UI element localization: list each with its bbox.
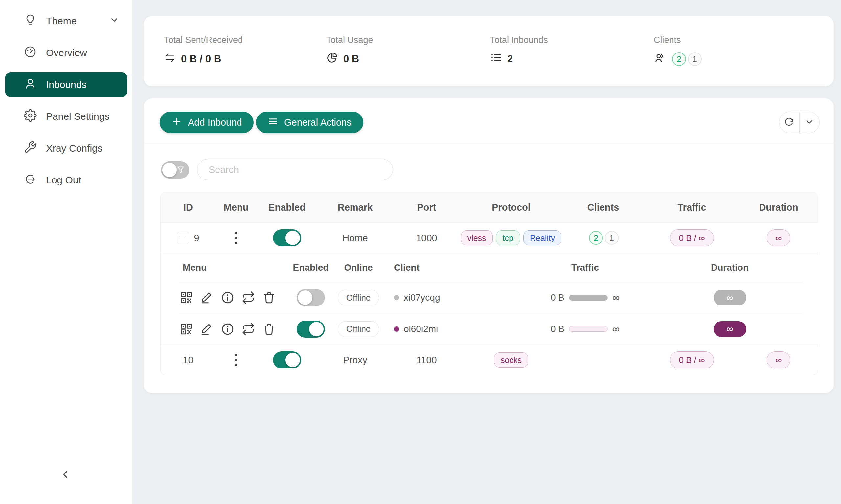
client-duration-badge[interactable]: ∞ [714,290,746,305]
sidebar-item-label: Inbounds [46,79,86,90]
search-input[interactable] [197,159,393,180]
subtable-header-row: Menu Enabled Online Client Traffic Durat… [179,253,802,282]
subcolumn-header-online: Online [332,263,385,273]
add-inbound-button[interactable]: Add Inbound [160,111,254,133]
reset-traffic-icon[interactable] [241,290,256,305]
protocol-tags: socks [494,353,528,367]
column-header-enabled: Enabled [257,202,317,213]
swap-arrows-icon [164,52,176,66]
duration-badge[interactable]: ∞ [767,352,791,368]
client-row-xi07ycqg: Offline xi07ycqg 0 B ∞ ∞ [179,282,802,313]
column-header-menu: Menu [216,202,257,213]
traffic-badge[interactable]: 0 B / ∞ [670,352,714,368]
expanded-client-table: Menu Enabled Online Client Traffic Durat… [161,253,818,344]
client-status-dot [394,326,399,332]
traffic-progress-bar [569,326,608,332]
duration-badge[interactable]: ∞ [767,229,791,247]
column-header-traffic: Traffic [644,202,739,213]
column-header-port: Port [393,202,460,213]
inbounds-page: Theme Overview Inbounds [0,0,841,504]
traffic-badge[interactable]: 0 B / ∞ [670,229,714,247]
remark-cell: Home [317,233,393,244]
add-inbound-label: Add Inbound [188,117,242,128]
pie-chart-icon [326,52,338,66]
clients-active-badge: 2 [589,231,603,245]
plus-icon [171,116,182,129]
stat-label: Total Inbounds [490,35,548,45]
toggle-knob [298,290,312,305]
enabled-toggle[interactable] [273,229,301,247]
sidebar-item-inbounds[interactable]: Inbounds [5,72,127,97]
online-status-badge: Offline [338,290,379,305]
protocol-tag: Reality [523,230,562,246]
client-enabled-toggle[interactable] [297,289,325,306]
stat-label: Total Usage [326,35,373,45]
edit-icon[interactable] [200,322,214,337]
sidebar-item-label: Panel Settings [46,111,109,122]
sidebar-item-label: Xray Configs [46,143,103,154]
protocol-tags: vless tcp Reality [461,230,562,246]
table-row-inbound-10: 10 Proxy 1100 socks [161,344,818,375]
edit-icon[interactable] [200,290,214,305]
chevron-down-icon [805,117,814,128]
client-duration-badge[interactable]: ∞ [714,321,746,337]
inbound-id: 9 [194,233,199,244]
chevron-left-icon [60,469,72,482]
stat-total-sent-received: Total Sent/Received 0 B / 0 B [164,35,243,66]
delete-icon[interactable] [261,322,277,337]
refresh-dropdown-button[interactable] [799,112,820,133]
enabled-toggle[interactable] [273,352,301,368]
info-icon[interactable] [220,322,235,337]
user-icon [24,77,37,92]
gear-icon [24,109,37,124]
column-header-clients: Clients [562,202,644,213]
sidebar-item-panel-settings[interactable]: Panel Settings [5,104,127,129]
stat-total-inbounds: Total Inbounds 2 [490,35,548,66]
row-menu-button[interactable] [232,352,240,369]
info-icon[interactable] [220,290,235,305]
toggle-knob [162,163,177,177]
stat-label: Clients [654,35,702,45]
sidebar-item-theme[interactable]: Theme [5,8,127,34]
subcolumn-header-enabled: Enabled [289,263,332,273]
traffic-limit: ∞ [612,292,620,304]
subcolumn-header-menu: Menu [179,263,289,273]
sidebar-item-label: Overview [46,47,87,58]
stat-value: 0 B [343,53,359,65]
qr-code-icon[interactable] [179,290,194,305]
clients-deactive-badge: 1 [605,231,619,245]
toolbar: Add Inbound General Actions [143,98,834,143]
toggle-knob [309,322,324,336]
client-row-ol60i2mi: Offline ol60i2mi 0 B ∞ ∞ [179,313,802,344]
traffic-used: 0 B [551,324,564,335]
stat-clients: Clients 2 1 [654,35,702,66]
sidebar-item-overview[interactable]: Overview [5,40,127,65]
inbound-id: 10 [183,355,193,365]
delete-icon[interactable] [261,290,277,305]
qr-code-icon[interactable] [179,322,194,337]
column-header-remark: Remark [317,202,393,213]
client-enabled-toggle[interactable] [297,321,325,338]
dashboard-icon [24,45,37,61]
toggle-knob [286,231,300,245]
row-menu-button[interactable] [232,229,240,247]
inbounds-card: Add Inbound General Actions [143,98,834,393]
filter-toggle[interactable] [161,161,189,179]
stats-card: Total Sent/Received 0 B / 0 B Total Usag… [143,16,834,86]
team-icon [654,52,666,66]
reset-traffic-icon[interactable] [241,322,256,337]
client-actions [179,322,277,337]
sidebar-item-xray-configs[interactable]: Xray Configs [5,136,127,161]
sidebar-item-log-out[interactable]: Log Out [5,168,127,193]
traffic-limit: ∞ [612,323,620,335]
sidebar-collapse-button[interactable] [55,465,76,486]
protocol-tag: socks [494,353,528,367]
refresh-button[interactable] [779,112,799,133]
collapse-row-button[interactable] [177,232,189,244]
client-name: xi07ycqg [404,292,440,303]
general-actions-button[interactable]: General Actions [256,111,363,133]
table-row-inbound-9: 9 Home 1000 vless tcp Reality [161,222,818,253]
chevron-down-icon [109,15,119,27]
subcolumn-header-duration: Duration [657,263,802,273]
clients-deactive-badge: 1 [688,52,702,66]
